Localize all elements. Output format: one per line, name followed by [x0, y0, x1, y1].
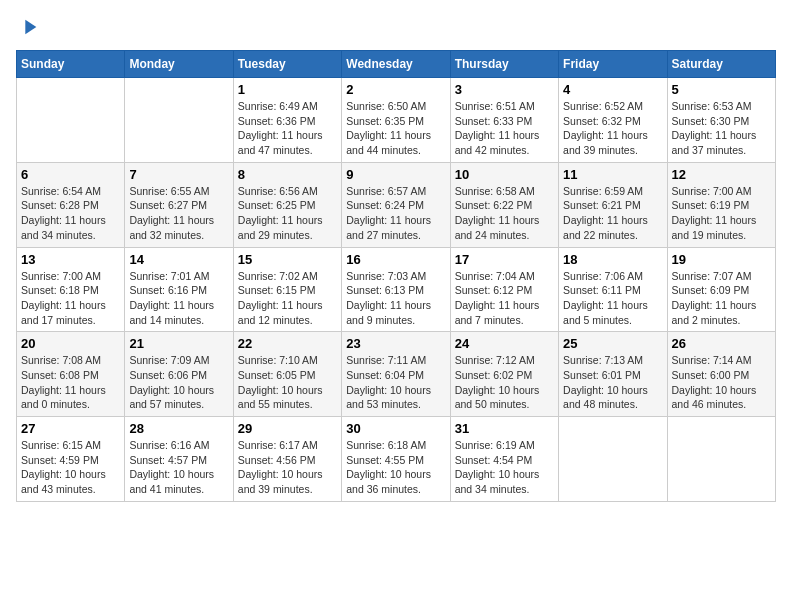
- day-number: 22: [238, 336, 337, 351]
- weekday-header: Saturday: [667, 51, 775, 78]
- calendar-cell: [559, 417, 667, 502]
- calendar-cell: 10Sunrise: 6:58 AM Sunset: 6:22 PM Dayli…: [450, 162, 558, 247]
- day-info: Sunrise: 7:06 AM Sunset: 6:11 PM Dayligh…: [563, 269, 662, 328]
- day-info: Sunrise: 7:09 AM Sunset: 6:06 PM Dayligh…: [129, 353, 228, 412]
- day-number: 23: [346, 336, 445, 351]
- day-number: 4: [563, 82, 662, 97]
- day-number: 12: [672, 167, 771, 182]
- day-number: 2: [346, 82, 445, 97]
- day-number: 11: [563, 167, 662, 182]
- calendar-cell: 8Sunrise: 6:56 AM Sunset: 6:25 PM Daylig…: [233, 162, 341, 247]
- day-info: Sunrise: 7:08 AM Sunset: 6:08 PM Dayligh…: [21, 353, 120, 412]
- weekday-header: Thursday: [450, 51, 558, 78]
- calendar-week-row: 1Sunrise: 6:49 AM Sunset: 6:36 PM Daylig…: [17, 78, 776, 163]
- day-number: 25: [563, 336, 662, 351]
- day-info: Sunrise: 6:56 AM Sunset: 6:25 PM Dayligh…: [238, 184, 337, 243]
- logo: [16, 16, 40, 38]
- calendar-cell: 7Sunrise: 6:55 AM Sunset: 6:27 PM Daylig…: [125, 162, 233, 247]
- calendar-cell: 21Sunrise: 7:09 AM Sunset: 6:06 PM Dayli…: [125, 332, 233, 417]
- day-info: Sunrise: 6:50 AM Sunset: 6:35 PM Dayligh…: [346, 99, 445, 158]
- calendar-cell: 23Sunrise: 7:11 AM Sunset: 6:04 PM Dayli…: [342, 332, 450, 417]
- calendar-week-row: 20Sunrise: 7:08 AM Sunset: 6:08 PM Dayli…: [17, 332, 776, 417]
- day-info: Sunrise: 7:10 AM Sunset: 6:05 PM Dayligh…: [238, 353, 337, 412]
- weekday-header: Sunday: [17, 51, 125, 78]
- calendar-cell: [17, 78, 125, 163]
- day-info: Sunrise: 6:58 AM Sunset: 6:22 PM Dayligh…: [455, 184, 554, 243]
- day-info: Sunrise: 7:00 AM Sunset: 6:18 PM Dayligh…: [21, 269, 120, 328]
- day-number: 6: [21, 167, 120, 182]
- calendar-table: SundayMondayTuesdayWednesdayThursdayFrid…: [16, 50, 776, 502]
- day-info: Sunrise: 6:16 AM Sunset: 4:57 PM Dayligh…: [129, 438, 228, 497]
- day-number: 10: [455, 167, 554, 182]
- day-number: 26: [672, 336, 771, 351]
- logo-arrow-icon: [18, 16, 40, 38]
- calendar-cell: 6Sunrise: 6:54 AM Sunset: 6:28 PM Daylig…: [17, 162, 125, 247]
- day-info: Sunrise: 7:04 AM Sunset: 6:12 PM Dayligh…: [455, 269, 554, 328]
- day-info: Sunrise: 6:18 AM Sunset: 4:55 PM Dayligh…: [346, 438, 445, 497]
- day-number: 30: [346, 421, 445, 436]
- calendar-cell: 9Sunrise: 6:57 AM Sunset: 6:24 PM Daylig…: [342, 162, 450, 247]
- day-info: Sunrise: 6:19 AM Sunset: 4:54 PM Dayligh…: [455, 438, 554, 497]
- calendar-cell: 12Sunrise: 7:00 AM Sunset: 6:19 PM Dayli…: [667, 162, 775, 247]
- day-number: 24: [455, 336, 554, 351]
- day-info: Sunrise: 6:55 AM Sunset: 6:27 PM Dayligh…: [129, 184, 228, 243]
- day-number: 9: [346, 167, 445, 182]
- day-info: Sunrise: 7:01 AM Sunset: 6:16 PM Dayligh…: [129, 269, 228, 328]
- day-number: 29: [238, 421, 337, 436]
- day-number: 21: [129, 336, 228, 351]
- weekday-header: Friday: [559, 51, 667, 78]
- calendar-cell: 3Sunrise: 6:51 AM Sunset: 6:33 PM Daylig…: [450, 78, 558, 163]
- day-info: Sunrise: 7:07 AM Sunset: 6:09 PM Dayligh…: [672, 269, 771, 328]
- day-number: 31: [455, 421, 554, 436]
- calendar-cell: 19Sunrise: 7:07 AM Sunset: 6:09 PM Dayli…: [667, 247, 775, 332]
- day-number: 5: [672, 82, 771, 97]
- day-number: 20: [21, 336, 120, 351]
- calendar-cell: 14Sunrise: 7:01 AM Sunset: 6:16 PM Dayli…: [125, 247, 233, 332]
- day-number: 18: [563, 252, 662, 267]
- day-info: Sunrise: 6:57 AM Sunset: 6:24 PM Dayligh…: [346, 184, 445, 243]
- day-number: 8: [238, 167, 337, 182]
- day-number: 27: [21, 421, 120, 436]
- day-number: 28: [129, 421, 228, 436]
- calendar-week-row: 6Sunrise: 6:54 AM Sunset: 6:28 PM Daylig…: [17, 162, 776, 247]
- calendar-cell: 11Sunrise: 6:59 AM Sunset: 6:21 PM Dayli…: [559, 162, 667, 247]
- day-number: 1: [238, 82, 337, 97]
- calendar-cell: 24Sunrise: 7:12 AM Sunset: 6:02 PM Dayli…: [450, 332, 558, 417]
- calendar-cell: 20Sunrise: 7:08 AM Sunset: 6:08 PM Dayli…: [17, 332, 125, 417]
- calendar-cell: 2Sunrise: 6:50 AM Sunset: 6:35 PM Daylig…: [342, 78, 450, 163]
- day-number: 3: [455, 82, 554, 97]
- calendar-cell: 17Sunrise: 7:04 AM Sunset: 6:12 PM Dayli…: [450, 247, 558, 332]
- calendar-cell: 31Sunrise: 6:19 AM Sunset: 4:54 PM Dayli…: [450, 417, 558, 502]
- day-info: Sunrise: 6:51 AM Sunset: 6:33 PM Dayligh…: [455, 99, 554, 158]
- weekday-header: Tuesday: [233, 51, 341, 78]
- day-info: Sunrise: 7:14 AM Sunset: 6:00 PM Dayligh…: [672, 353, 771, 412]
- calendar-cell: 4Sunrise: 6:52 AM Sunset: 6:32 PM Daylig…: [559, 78, 667, 163]
- day-info: Sunrise: 6:53 AM Sunset: 6:30 PM Dayligh…: [672, 99, 771, 158]
- day-info: Sunrise: 7:02 AM Sunset: 6:15 PM Dayligh…: [238, 269, 337, 328]
- calendar-cell: 13Sunrise: 7:00 AM Sunset: 6:18 PM Dayli…: [17, 247, 125, 332]
- day-info: Sunrise: 7:12 AM Sunset: 6:02 PM Dayligh…: [455, 353, 554, 412]
- day-number: 14: [129, 252, 228, 267]
- calendar-cell: 29Sunrise: 6:17 AM Sunset: 4:56 PM Dayli…: [233, 417, 341, 502]
- day-number: 13: [21, 252, 120, 267]
- day-number: 15: [238, 252, 337, 267]
- calendar-cell: 18Sunrise: 7:06 AM Sunset: 6:11 PM Dayli…: [559, 247, 667, 332]
- weekday-header: Wednesday: [342, 51, 450, 78]
- day-info: Sunrise: 7:11 AM Sunset: 6:04 PM Dayligh…: [346, 353, 445, 412]
- calendar-week-row: 27Sunrise: 6:15 AM Sunset: 4:59 PM Dayli…: [17, 417, 776, 502]
- day-info: Sunrise: 6:15 AM Sunset: 4:59 PM Dayligh…: [21, 438, 120, 497]
- day-info: Sunrise: 6:52 AM Sunset: 6:32 PM Dayligh…: [563, 99, 662, 158]
- day-info: Sunrise: 6:54 AM Sunset: 6:28 PM Dayligh…: [21, 184, 120, 243]
- svg-marker-0: [25, 20, 36, 35]
- calendar-cell: 15Sunrise: 7:02 AM Sunset: 6:15 PM Dayli…: [233, 247, 341, 332]
- calendar-cell: 30Sunrise: 6:18 AM Sunset: 4:55 PM Dayli…: [342, 417, 450, 502]
- day-info: Sunrise: 7:13 AM Sunset: 6:01 PM Dayligh…: [563, 353, 662, 412]
- calendar-cell: 1Sunrise: 6:49 AM Sunset: 6:36 PM Daylig…: [233, 78, 341, 163]
- page-header: [16, 16, 776, 38]
- calendar-cell: 28Sunrise: 6:16 AM Sunset: 4:57 PM Dayli…: [125, 417, 233, 502]
- calendar-cell: [667, 417, 775, 502]
- calendar-cell: [125, 78, 233, 163]
- calendar-header-row: SundayMondayTuesdayWednesdayThursdayFrid…: [17, 51, 776, 78]
- calendar-cell: 26Sunrise: 7:14 AM Sunset: 6:00 PM Dayli…: [667, 332, 775, 417]
- day-number: 17: [455, 252, 554, 267]
